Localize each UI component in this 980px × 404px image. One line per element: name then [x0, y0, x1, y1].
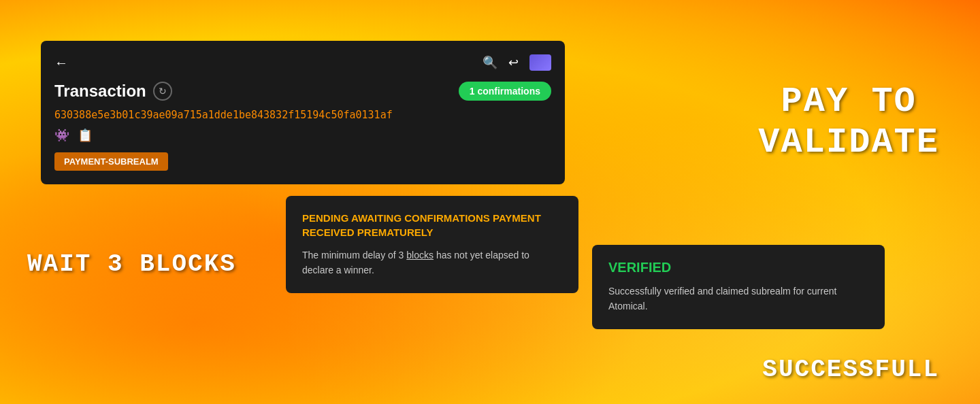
- pending-title: PENDING AWAITING CONFIRMATIONS PAYMENT R…: [302, 211, 562, 239]
- search-icon[interactable]: 🔍: [483, 55, 497, 70]
- header-icons: 🔍 ↩: [483, 54, 551, 71]
- verified-body: Successfully verified and claimed subrea…: [608, 284, 868, 314]
- tx-icons-row: 👾 📋: [54, 128, 551, 143]
- refresh-icon-symbol: ↻: [159, 86, 167, 97]
- page-title: Transaction: [54, 82, 146, 101]
- verified-card: VERIFIED Successfully verified and claim…: [592, 245, 885, 329]
- title-row: Transaction ↻ 1 confirmations: [54, 82, 551, 101]
- card-header: ← 🔍 ↩: [54, 54, 551, 71]
- transaction-card: ← 🔍 ↩ Transaction ↻ 1 confirmations 6303…: [41, 41, 565, 184]
- wait-3-blocks-text: WAIT 3 BLOCKS: [27, 250, 236, 278]
- verified-title: VERIFIED: [608, 260, 868, 275]
- confirmations-badge: 1 confirmations: [459, 82, 551, 101]
- transaction-title: Transaction ↻: [54, 82, 172, 101]
- refresh-button[interactable]: ↻: [153, 82, 172, 101]
- back-button[interactable]: ←: [54, 55, 68, 71]
- payment-subrealm-badge[interactable]: PAYMENT-SUBREALM: [54, 152, 168, 171]
- pending-body: The minimum delay of 3 blocks has not ye…: [302, 248, 562, 278]
- pending-card: PENDING AWAITING CONFIRMATIONS PAYMENT R…: [286, 196, 578, 293]
- pending-body-underline: blocks: [406, 250, 434, 260]
- pending-body-text1: The minimum delay of 3: [302, 250, 404, 260]
- pay-to-validate-text: PAY TO VALIDATE: [758, 82, 939, 163]
- tx-hash[interactable]: 630388e5e3b01c39ae09a715a1dde1be843832f1…: [54, 109, 551, 121]
- successfull-text: SUCCESSFULL: [762, 356, 939, 384]
- tx-icon-atomicals: 👾: [54, 128, 69, 143]
- undo-icon[interactable]: ↩: [508, 55, 519, 70]
- wallet-icon[interactable]: [529, 54, 551, 71]
- tx-icon-copy[interactable]: 📋: [78, 128, 93, 143]
